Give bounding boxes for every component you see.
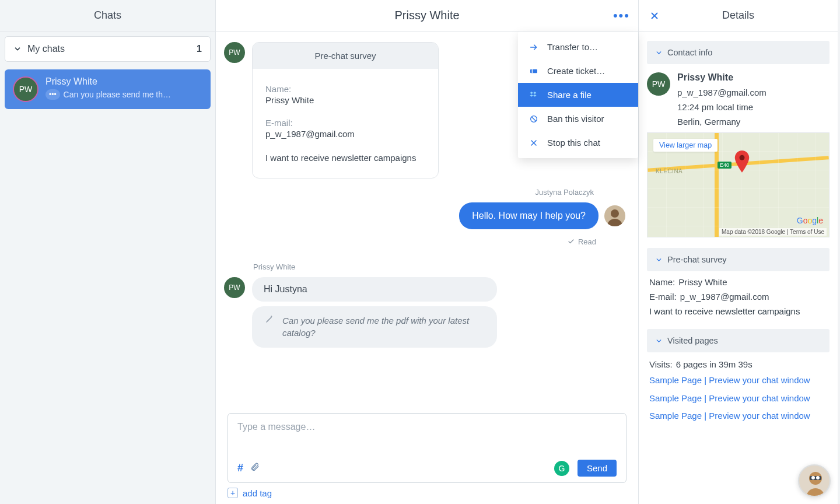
hash-icon[interactable]: # (237, 462, 243, 474)
prechat-section-header[interactable]: Pre-chat survey (647, 248, 830, 271)
dropdown-item-share-file[interactable]: Share a file (518, 83, 638, 107)
add-tag-button[interactable]: + add tag (228, 488, 626, 498)
view-larger-map-button[interactable]: View larger map (653, 139, 718, 152)
svg-rect-0 (530, 69, 537, 73)
chat-item-body: Prissy White ••• Can you please send me … (46, 76, 202, 102)
details-column: Details Contact info PW Prissy White p_w… (639, 0, 840, 504)
x-icon (528, 138, 539, 148)
prechat-email-value: p_w_1987@gmail.com (680, 292, 769, 302)
avatar: PW (224, 277, 245, 298)
dropdown-item-transfer[interactable]: Transfer to… (518, 35, 638, 59)
map-district-label: KLECINA (656, 168, 682, 174)
chevron-down-icon (655, 49, 663, 57)
dropdown-item-stop-chat[interactable]: Stop this chat (518, 131, 638, 155)
svg-rect-1 (532, 69, 533, 73)
survey-body: Name: Prissy White E-mail: p_w_1987@gmai… (253, 69, 438, 178)
svg-point-4 (740, 155, 745, 160)
map-logo: Google (797, 216, 823, 225)
map-pin-icon (734, 150, 750, 174)
chevron-down-icon (13, 45, 22, 53)
message-row: PW Hi Justyna Can you please send me the… (224, 277, 625, 348)
grammarly-icon[interactable]: G (554, 461, 569, 476)
dropdown-item-label: Ban this visitor (547, 114, 604, 124)
visited-page-link[interactable]: Sample Page | Preview your chat window (649, 374, 827, 387)
pencil-icon (265, 314, 274, 324)
prechat-note: I want to receive newsletter campaigns (649, 306, 827, 316)
conversation-header: Prissy White ••• (216, 0, 638, 32)
survey-name-label: Name: (265, 84, 425, 94)
agent-avatar (604, 205, 625, 226)
close-details-button[interactable] (649, 10, 660, 21)
avatar: PW (13, 76, 38, 102)
prechat-name-label: Name: (649, 277, 675, 287)
visited-block: Visits: 6 pages in 39m 39s Sample Page |… (639, 352, 838, 423)
survey-email-value: p_w_1987@gmail.com (265, 129, 425, 139)
chevron-down-icon (655, 256, 663, 264)
read-receipt: Read (224, 237, 596, 246)
dropdown-item-ban[interactable]: Ban this visitor (518, 107, 638, 131)
survey-heading: Pre-chat survey (253, 43, 438, 69)
more-actions-button[interactable]: ••• (613, 8, 630, 23)
dropdown-item-label: Stop this chat (547, 138, 600, 148)
typing-text: Can you please send me the pdf with your… (282, 314, 484, 340)
dropdown-item-label: Transfer to… (547, 42, 598, 52)
conversation-column: Prissy White ••• Transfer to… Create tic… (216, 0, 639, 504)
check-icon (568, 238, 575, 245)
ban-icon (528, 114, 539, 124)
avatar: PW (647, 72, 670, 96)
svg-point-7 (811, 476, 815, 480)
send-button[interactable]: Send (578, 460, 617, 477)
survey-name-value: Prissy White (265, 95, 425, 105)
message-input[interactable] (237, 422, 617, 460)
section-title: Visited pages (667, 336, 718, 345)
message-row: Hello. How may I help you? (224, 202, 625, 229)
plus-icon: + (228, 488, 238, 498)
prechat-block: Name: Prissy White E-mail: p_w_1987@gmai… (639, 271, 838, 318)
visited-section-header[interactable]: Visited pages (647, 329, 830, 352)
prechat-survey-card: Pre-chat survey Name: Prissy White E-mai… (252, 42, 439, 178)
chats-column: Chats My chats 1 PW Prissy White ••• Can… (0, 0, 216, 504)
location-map[interactable]: KLECINA E40 View larger map Google Map d… (647, 132, 830, 237)
contact-time: 12:24 pm local time (677, 102, 766, 112)
survey-email-label: E-mail: (265, 118, 425, 128)
attachment-icon[interactable] (250, 462, 260, 474)
svg-point-3 (611, 209, 619, 218)
avatar-initials: PW (652, 79, 666, 89)
details-content: Contact info PW Prissy White p_w_1987@gm… (639, 32, 838, 435)
dropbox-icon (528, 90, 539, 100)
typing-bubble: Can you please send me the pdf with your… (252, 306, 497, 348)
chat-item-name: Prissy White (46, 76, 202, 87)
contact-name: Prissy White (677, 72, 766, 83)
my-chats-count: 1 (197, 44, 202, 54)
map-copyright: Map data ©2018 Google | Terms of Use (719, 228, 827, 236)
composer-tools: # (237, 462, 260, 474)
agent-message-bubble: Hello. How may I help you? (459, 202, 598, 229)
contact-section-header[interactable]: Contact info (647, 41, 830, 64)
contact-email: p_w_1987@gmail.com (677, 88, 766, 97)
visitor-name-label: Prissy White (253, 262, 625, 271)
contact-info: Prissy White p_w_1987@gmail.com 12:24 pm… (677, 72, 766, 127)
avatar-initials: PW (19, 85, 33, 94)
my-chats-selector[interactable]: My chats 1 (5, 36, 211, 62)
chat-item-preview: ••• Can you please send me th… (46, 89, 202, 100)
avatar: PW (224, 42, 245, 63)
section-title: Contact info (667, 48, 712, 57)
agent-name-label: Justyna Polaczyk (224, 188, 594, 197)
chat-list-item[interactable]: PW Prissy White ••• Can you please send … (5, 69, 211, 109)
prechat-email-label: E-mail: (649, 292, 677, 302)
visited-page-link[interactable]: Sample Page | Preview your chat window (649, 410, 827, 423)
visits-label: Visits: (649, 359, 673, 369)
ticket-icon (528, 66, 539, 76)
dropdown-item-create-ticket[interactable]: Create ticket… (518, 59, 638, 83)
details-title: Details (722, 9, 754, 22)
chat-item-preview-text: Can you please send me th… (64, 90, 171, 99)
support-widget-button[interactable] (798, 464, 831, 497)
chats-header: Chats (0, 0, 215, 32)
visited-page-link[interactable]: Sample Page | Preview your chat window (649, 392, 827, 405)
avatar-initials: PW (229, 48, 240, 57)
conversation-title: Prissy White (394, 9, 459, 22)
details-header: Details (639, 0, 838, 32)
visitor-message-bubble: Hi Justyna (252, 277, 497, 302)
add-tag-label: add tag (243, 488, 272, 498)
composer: # G Send (228, 413, 626, 483)
